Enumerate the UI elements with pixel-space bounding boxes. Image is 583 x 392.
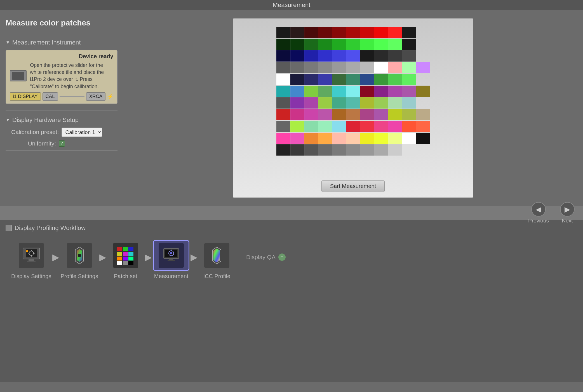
patch-cell-4-1 [290, 74, 304, 85]
step-measurement-icon [159, 243, 184, 268]
step-patch-set-icon-wrap [107, 240, 144, 271]
xrca-btn[interactable]: XRCA [86, 92, 105, 101]
device-buttons: i1 DISPLAY CAL XRCA ⚡ [10, 92, 113, 101]
step-icc-profile[interactable]: ICC Profile [199, 240, 235, 280]
divider-3 [6, 150, 117, 151]
patch-set-svg [116, 246, 135, 265]
patch-cell-4-8 [388, 74, 402, 85]
patch-cell-4-2 [304, 74, 318, 85]
patch-cell-8-9 [402, 121, 416, 132]
patch-cell-2-8 [388, 50, 402, 62]
patch-cell-9-1 [290, 133, 304, 144]
svg-rect-20 [117, 257, 122, 260]
patch-row-10 [276, 144, 430, 156]
patch-cell-7-2 [304, 109, 318, 120]
patch-cell-4-7 [374, 74, 388, 85]
svg-rect-19 [128, 252, 133, 256]
patch-cell-1-3 [318, 39, 332, 50]
patch-cell-5-2 [304, 86, 318, 97]
workflow-title: Display Profiling Workflow [15, 224, 86, 232]
step-measurement[interactable]: Measurement [153, 240, 189, 280]
hw-setup: ▼ Display Hardware Setup Calibration pre… [6, 116, 117, 147]
patch-cell-10-4 [332, 144, 346, 156]
i1-display-btn[interactable]: i1 DISPLAY [10, 92, 41, 101]
display-qa[interactable]: Display QA + [241, 253, 291, 266]
step-patch-set[interactable]: Patch set [107, 240, 144, 280]
patch-cell-1-2 [304, 39, 318, 50]
divider-1 [6, 33, 117, 33]
patch-cell-2-1 [290, 50, 304, 62]
display-hw-setup-label: Display Hardware Setup [12, 116, 79, 124]
patch-grid [276, 27, 430, 156]
patch-cell-0-0 [276, 27, 290, 38]
patch-cell-7-4 [332, 109, 346, 120]
step-profile-settings-icon-wrap [61, 240, 98, 271]
step-profile-settings[interactable]: Profile Settings [60, 240, 98, 280]
patch-cell-4-5 [346, 74, 360, 85]
svg-rect-22 [128, 257, 133, 260]
patch-cell-1-8 [388, 39, 402, 50]
step-measurement-label: Measurement [154, 273, 188, 280]
svg-rect-28 [169, 259, 173, 260]
step-profile-settings-label: Profile Settings [60, 273, 98, 280]
patch-cell-5-3 [318, 86, 332, 97]
display-hw-setup-header[interactable]: ▼ Display Hardware Setup [6, 116, 117, 124]
patch-cell-6-7 [374, 97, 388, 109]
patch-cell-2-0 [276, 50, 290, 62]
section-title: Measure color patches [6, 18, 117, 27]
step-display-settings-icon-wrap [13, 240, 50, 271]
calibration-preset-select[interactable]: Calibration 1 [62, 128, 102, 137]
patch-cell-0-6 [360, 27, 374, 38]
patch-cell-4-0 [276, 74, 290, 85]
patch-cell-9-8 [388, 133, 402, 144]
uniformity-checkbox[interactable]: ✓ [59, 140, 65, 147]
uniformity-label: Uniformity: [11, 140, 56, 147]
display-qa-label: Display QA [246, 254, 276, 260]
patch-cell-10-8 [388, 144, 402, 156]
patch-cell-0-1 [290, 27, 304, 38]
patch-cell-3-5 [346, 62, 360, 73]
top-bar: Measurement [0, 0, 583, 10]
next-arrow[interactable]: ▶ [560, 202, 575, 217]
patch-cell-6-9 [402, 97, 416, 109]
step-patch-set-label: Patch set [114, 273, 137, 280]
patch-cell-7-3 [318, 109, 332, 120]
patch-cell-5-7 [374, 86, 388, 97]
patch-cell-3-7 [374, 62, 388, 73]
patch-cell-9-4 [332, 133, 346, 144]
patch-cell-7-10 [416, 109, 430, 120]
patch-cell-9-10 [416, 133, 430, 144]
patch-cell-6-3 [318, 97, 332, 109]
patch-cell-6-0 [276, 97, 290, 109]
patch-cell-9-6 [360, 133, 374, 144]
arrow-4: ▶ [191, 252, 198, 268]
step-icc-profile-label: ICC Profile [203, 273, 231, 280]
patch-cell-5-8 [388, 86, 402, 97]
measurement-instrument-header[interactable]: ▼ Measurement Instrument [6, 39, 117, 46]
patch-cell-1-6 [360, 39, 374, 50]
patch-cell-4-6 [360, 74, 374, 85]
patch-cell-1-0 [276, 39, 290, 50]
svg-rect-15 [123, 247, 128, 251]
color-patch-container: Sart Measurement [233, 18, 473, 198]
step-display-settings[interactable]: Display Settings [11, 240, 51, 280]
cal-btn[interactable]: CAL [43, 92, 58, 101]
patch-cell-8-0 [276, 121, 290, 132]
step-measurement-icon-wrap [153, 240, 189, 271]
start-measurement-btn[interactable]: Sart Measurement [321, 180, 385, 192]
svg-rect-23 [117, 261, 122, 265]
patch-cell-2-3 [318, 50, 332, 62]
patch-row-7 [276, 109, 430, 120]
patch-cell-7-7 [374, 109, 388, 120]
patch-cell-6-6 [360, 97, 374, 109]
patch-cell-10-5 [346, 144, 360, 156]
step-patch-set-icon [113, 243, 138, 268]
display-settings-svg [22, 246, 41, 265]
calibration-preset-row: Calibration preset: Calibration 1 [6, 128, 117, 137]
patch-cell-0-7 [374, 27, 388, 38]
svg-marker-34 [213, 248, 220, 262]
previous-arrow[interactable]: ◀ [531, 202, 546, 217]
svg-rect-18 [123, 252, 128, 256]
patch-cell-5-4 [332, 86, 346, 97]
device-instructions: Open the protective slider for the white… [30, 62, 113, 90]
